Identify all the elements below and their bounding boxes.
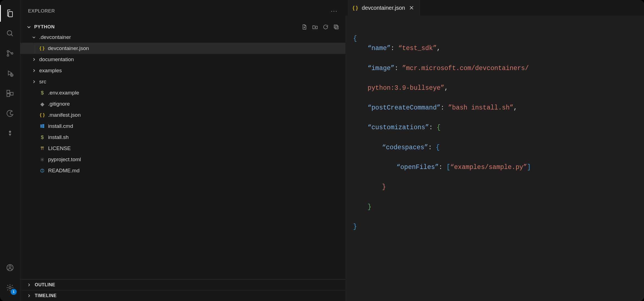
chevron-right-icon — [31, 69, 36, 73]
code-value: “examples/sample.py” — [450, 164, 527, 171]
editor-tabbar: { } devcontainer.json — [345, 0, 644, 16]
timeline-label: TIMELINE — [35, 293, 57, 298]
activity-explorer[interactable] — [0, 3, 20, 23]
explorer-more-actions[interactable]: ··· — [331, 8, 338, 15]
gitlens-icon — [6, 130, 14, 137]
svg-point-22 — [43, 147, 44, 148]
file-label: install.sh — [48, 134, 69, 140]
file-readme-md[interactable]: README.md — [20, 165, 345, 176]
svg-rect-17 — [40, 125, 42, 126]
explorer-sidebar: EXPLORER ··· PYTHON .devcontaine — [20, 0, 345, 301]
svg-point-0 — [7, 31, 12, 35]
activity-settings[interactable]: 1 — [0, 278, 20, 298]
chevron-right-icon — [26, 294, 31, 298]
activity-gitlens[interactable] — [0, 123, 20, 143]
svg-rect-18 — [42, 124, 44, 126]
code-key: “customizations” — [368, 124, 429, 131]
timeline-panel-header[interactable]: TIMELINE — [20, 290, 345, 301]
activity-edge[interactable] — [0, 103, 20, 123]
git-icon: ◆ — [39, 101, 45, 107]
svg-rect-11 — [10, 92, 13, 95]
folder-label: documentation — [39, 56, 74, 63]
minimap[interactable] — [630, 16, 644, 301]
files-icon — [6, 9, 14, 18]
file-label: devcontainer.json — [48, 45, 89, 51]
svg-rect-9 — [7, 90, 10, 93]
settings-badge: 1 — [11, 289, 17, 295]
file-pyproject-toml[interactable]: pyproject.toml — [20, 154, 345, 165]
project-section-header[interactable]: PYTHON — [20, 22, 345, 32]
svg-marker-5 — [8, 71, 12, 75]
folder-devcontainer[interactable]: .devcontainer — [20, 32, 345, 43]
new-file-button[interactable] — [301, 24, 308, 30]
code-value: python:3.9-bullseye” — [368, 84, 444, 92]
json-icon: { } — [39, 112, 45, 118]
svg-rect-10 — [7, 94, 10, 96]
file-env-example[interactable]: $ .env.example — [20, 87, 345, 98]
editor-tab-devcontainer[interactable]: { } devcontainer.json — [348, 0, 420, 16]
code-key: “name” — [368, 45, 391, 52]
close-tab-button[interactable] — [409, 5, 414, 10]
chevron-right-icon — [26, 283, 31, 287]
file-install-sh[interactable]: $ install.sh — [20, 132, 345, 143]
activity-extensions[interactable] — [0, 83, 20, 103]
svg-rect-20 — [42, 126, 44, 128]
code-key: “image” — [368, 65, 395, 72]
collapse-all-button[interactable] — [333, 24, 339, 30]
svg-line-1 — [11, 34, 13, 36]
svg-point-3 — [7, 55, 9, 56]
search-icon — [6, 29, 14, 38]
file-devcontainer-json[interactable]: { } devcontainer.json — [20, 43, 345, 54]
activity-accounts[interactable] — [0, 258, 20, 278]
activity-run-debug[interactable] — [0, 63, 20, 83]
json-icon: { } — [39, 46, 45, 51]
project-name: PYTHON — [34, 24, 55, 30]
activity-bar: 1 — [0, 0, 20, 301]
code-key: “openFiles” — [397, 164, 439, 171]
chevron-right-icon — [31, 58, 36, 61]
explorer-toolbar — [301, 24, 339, 30]
json-icon: { } — [353, 5, 358, 11]
code-editor[interactable]: { “name”: “test_sdk”, “image”: ”mcr.micr… — [345, 16, 644, 301]
folder-documentation[interactable]: documentation — [20, 54, 345, 65]
source-control-icon — [6, 49, 14, 58]
license-icon — [39, 146, 45, 151]
activity-source-control[interactable] — [0, 43, 20, 63]
sidebar-bottom-panels: OUTLINE TIMELINE — [20, 279, 345, 301]
svg-point-26 — [42, 170, 42, 170]
chevron-down-icon — [31, 35, 36, 39]
file-license[interactable]: LICENSE — [20, 143, 345, 154]
file-gitignore[interactable]: ◆ .gitignore — [20, 98, 345, 110]
activity-search[interactable] — [0, 23, 20, 43]
file-label: LICENSE — [48, 145, 71, 151]
info-icon — [39, 168, 45, 173]
svg-point-2 — [7, 51, 9, 52]
edge-icon — [6, 109, 14, 118]
new-folder-button[interactable] — [312, 24, 318, 30]
file-install-cmd[interactable]: install.cmd — [20, 121, 345, 132]
file-label: install.cmd — [48, 123, 73, 129]
file-label: .manifest.json — [48, 112, 81, 118]
svg-rect-15 — [334, 25, 337, 28]
vscode-window: 1 EXPLORER ··· PYTHON — [0, 0, 644, 301]
file-label: pyproject.toml — [48, 156, 81, 163]
editor-area: { } devcontainer.json { “name”: “test_sd… — [345, 0, 644, 301]
folder-examples[interactable]: examples — [20, 65, 345, 76]
chevron-down-icon — [26, 25, 31, 29]
config-icon — [39, 157, 45, 162]
refresh-button[interactable] — [323, 24, 329, 30]
file-manifest-json[interactable]: { } .manifest.json — [20, 110, 345, 121]
folder-src[interactable]: src — [20, 76, 345, 87]
code-key: “postCreateCommand” — [368, 104, 440, 111]
svg-point-21 — [41, 147, 42, 148]
svg-rect-19 — [40, 126, 42, 128]
svg-point-13 — [9, 266, 11, 268]
explorer-title: EXPLORER — [28, 8, 55, 14]
file-label: .gitignore — [48, 101, 70, 107]
windows-icon — [39, 124, 45, 128]
code-key: “codespaces” — [382, 144, 428, 151]
outline-panel-header[interactable]: OUTLINE — [20, 279, 345, 290]
tab-label: devcontainer.json — [362, 5, 405, 11]
folder-label: src — [39, 79, 46, 85]
outline-label: OUTLINE — [35, 282, 55, 287]
